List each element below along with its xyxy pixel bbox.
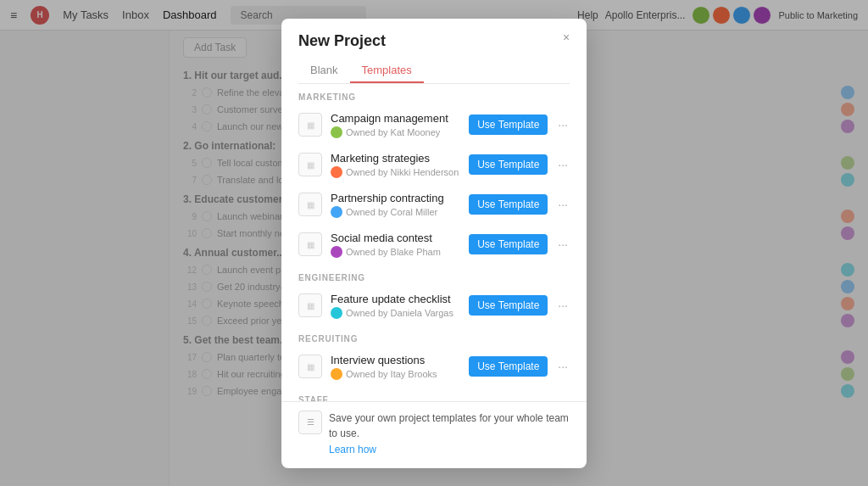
modal-tabs: Blank Templates [298,59,570,84]
use-template-button[interactable]: Use Template [469,295,548,316]
template-owner: Owned by Kat Mooney [331,126,460,138]
more-options-button[interactable]: ··· [556,299,570,312]
modal-header: New Project × Blank Templates [281,19,587,84]
use-template-button[interactable]: Use Template [469,154,548,175]
owner-avatar [331,166,342,178]
template-name: Partnership contracting [331,192,460,204]
template-icon: ▦ [298,113,322,137]
owner-avatar [331,246,342,258]
footer-template-icon: ☰ [298,411,322,434]
more-options-button[interactable]: ··· [556,158,570,171]
owner-text: Owned by Daniela Vargas [346,308,453,318]
template-name: Marketing strategies [331,152,460,165]
template-info: Feature update checklist Owned by Daniel… [331,293,460,319]
more-options-button[interactable]: ··· [556,118,570,131]
template-owner: Owned by Blake Pham [331,246,460,258]
template-row: ▦ Interview questions Owned by Itay Broo… [288,347,580,387]
owner-text: Owned by Nikki Henderson [346,167,459,177]
modal-overlay: New Project × Blank Templates MARKETING … [0,0,868,486]
owner-avatar [331,126,342,138]
owner-text: Owned by Coral Miller [346,207,437,217]
template-row: ▦ Social media contest Owned by Blake Ph… [288,225,580,265]
template-row: ▦ Marketing strategies Owned by Nikki He… [288,145,580,185]
use-template-button[interactable]: Use Template [469,356,548,377]
template-icon: ▦ [298,355,322,378]
template-section-label-2: RECRUITING [288,326,580,347]
template-info: Interview questions Owned by Itay Brooks [331,354,460,380]
template-row: ▦ Campaign management Owned by Kat Moone… [288,105,580,145]
owner-avatar [331,206,342,218]
template-row: ▦ Feature update checklist Owned by Dani… [288,286,580,326]
template-info: Social media contest Owned by Blake Pham [331,232,460,258]
modal-close-button[interactable]: × [558,29,575,46]
owner-text: Owned by Blake Pham [346,247,441,257]
more-options-button[interactable]: ··· [556,198,570,211]
template-section-label-0: MARKETING [288,84,580,105]
template-info: Marketing strategies Owned by Nikki Hend… [331,152,460,178]
footer-text: Save your own project templates for your… [329,411,570,441]
learn-how-link[interactable]: Learn how [329,444,376,455]
modal-body: MARKETING ▦ Campaign management Owned by… [281,84,587,401]
use-template-button[interactable]: Use Template [469,194,548,215]
more-options-button[interactable]: ··· [556,237,570,251]
template-info: Partnership contracting Owned by Coral M… [331,192,460,218]
owner-text: Owned by Kat Mooney [346,127,440,137]
use-template-button[interactable]: Use Template [469,115,548,135]
more-options-button[interactable]: ··· [556,360,570,373]
modal-title: New Project [298,32,570,50]
template-owner: Owned by Daniela Vargas [331,307,460,319]
owner-avatar [331,368,342,380]
template-name: Interview questions [331,354,460,366]
template-name: Social media contest [331,232,460,244]
template-section-label-1: ENGINEERING [288,265,580,286]
template-info: Campaign management Owned by Kat Mooney [331,112,460,138]
use-template-button[interactable]: Use Template [469,234,548,254]
template-owner: Owned by Itay Brooks [331,368,460,380]
template-owner: Owned by Nikki Henderson [331,166,460,178]
template-owner: Owned by Coral Miller [331,206,460,218]
new-project-modal: New Project × Blank Templates MARKETING … [281,19,587,468]
tab-blank[interactable]: Blank [298,59,350,83]
modal-footer: ☰ Save your own project templates for yo… [281,401,587,468]
owner-avatar [331,307,342,319]
template-icon: ▦ [298,293,322,317]
template-icon: ▦ [298,232,322,256]
template-icon: ▦ [298,153,322,176]
template-icon: ▦ [298,193,322,216]
template-section-label-3: STAFF [288,387,580,401]
template-name: Campaign management [331,112,460,125]
tab-templates[interactable]: Templates [350,59,424,83]
template-row: ▦ Partnership contracting Owned by Coral… [288,185,580,225]
footer-content: Save your own project templates for your… [329,411,570,456]
owner-text: Owned by Itay Brooks [346,369,437,379]
template-name: Feature update checklist [331,293,460,305]
